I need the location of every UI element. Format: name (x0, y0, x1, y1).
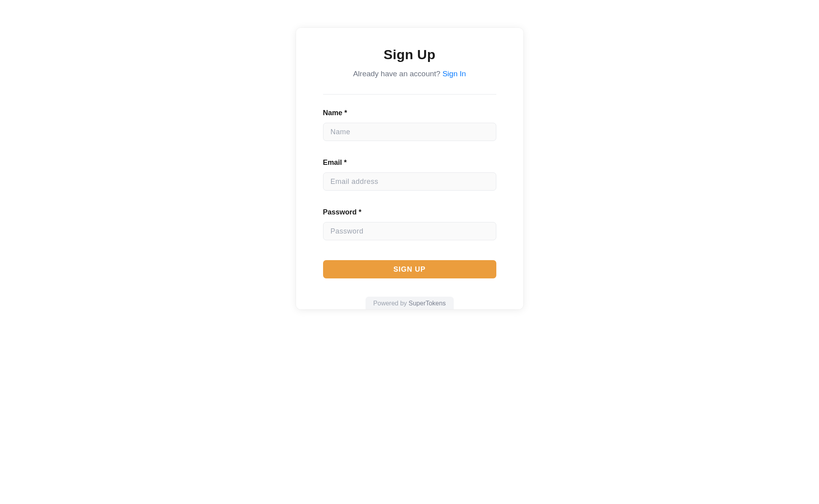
signin-link[interactable]: Sign In (442, 70, 466, 78)
divider (323, 94, 496, 95)
email-field-group: Email * (323, 158, 496, 191)
name-label: Name * (323, 109, 496, 117)
email-label: Email * (323, 158, 496, 167)
password-field-group: Password * (323, 208, 496, 240)
signup-button[interactable]: SIGN UP (323, 260, 496, 278)
signup-card: Sign Up Already have an account? Sign In… (296, 28, 523, 309)
password-label: Password * (323, 208, 496, 216)
name-field-group: Name * (323, 109, 496, 141)
page-title: Sign Up (323, 47, 496, 62)
footer: Powered by SuperTokens (365, 297, 453, 309)
email-input[interactable] (323, 172, 496, 191)
footer-brand: SuperTokens (409, 300, 445, 307)
password-input[interactable] (323, 222, 496, 240)
subtitle: Already have an account? Sign In (323, 70, 496, 78)
name-input[interactable] (323, 123, 496, 141)
subtitle-text: Already have an account? (353, 70, 442, 78)
powered-by-text: Powered by (373, 300, 409, 307)
